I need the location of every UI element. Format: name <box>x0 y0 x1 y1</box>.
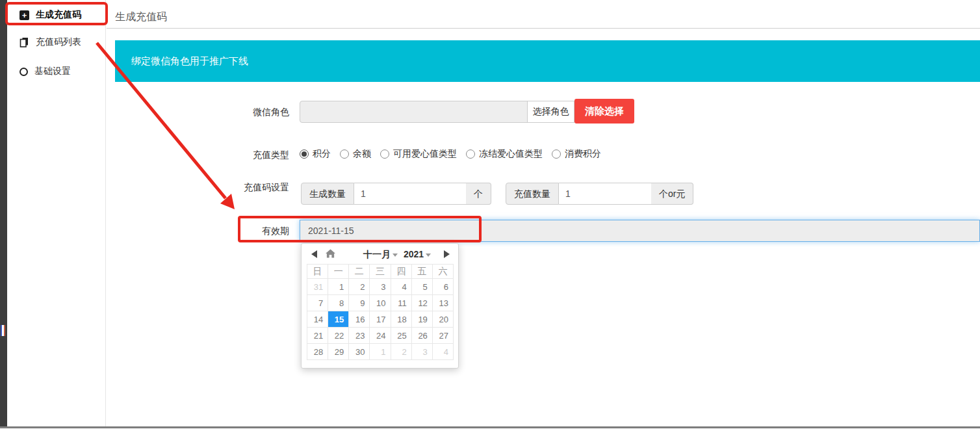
plus-square-icon <box>19 10 29 20</box>
next-month-icon[interactable] <box>444 250 450 258</box>
calendar-day[interactable]: 28 <box>307 344 328 360</box>
sidebar-item-label: 生成充值码 <box>36 9 81 21</box>
calendar-day[interactable]: 1 <box>370 344 391 360</box>
calendar-day[interactable]: 27 <box>432 328 453 344</box>
calendar-day[interactable]: 7 <box>307 295 328 311</box>
calendar-day[interactable]: 3 <box>370 279 391 295</box>
weekday-header: 六 <box>432 265 453 279</box>
chevron-down-icon <box>426 254 431 257</box>
sidebar-item-code-list[interactable]: 充值码列表 <box>7 34 106 51</box>
calendar-weekday-row: 日 一 二 三 四 五 六 <box>307 265 454 279</box>
radio-icon <box>300 150 309 159</box>
calendar-day[interactable]: 19 <box>411 311 432 328</box>
radio-icon <box>552 150 561 159</box>
radio-label: 积分 <box>313 148 331 160</box>
radio-option-frozen-love-value[interactable]: 冻结爱心值类型 <box>466 148 543 160</box>
calendar-day[interactable]: 14 <box>307 311 328 328</box>
radio-option-balance[interactable]: 余额 <box>340 148 371 160</box>
calendar-day[interactable]: 20 <box>432 311 453 328</box>
panel-header: 绑定微信角色用于推广下线 <box>115 40 980 82</box>
radio-icon <box>380 150 389 159</box>
radio-icon <box>340 150 349 159</box>
radio-label: 消费积分 <box>565 148 601 160</box>
clear-selection-button[interactable]: 清除选择 <box>574 99 634 124</box>
calendar-day[interactable]: 30 <box>349 344 370 360</box>
panel-header-title: 绑定微信角色用于推广下线 <box>115 40 980 82</box>
recharge-type-label: 充值类型 <box>235 150 289 161</box>
weekday-header: 二 <box>349 265 370 279</box>
month-selector[interactable]: 十一月 <box>363 249 398 261</box>
calendar-day[interactable]: 25 <box>391 328 411 344</box>
calendar-day-selected[interactable]: 15 <box>328 311 349 328</box>
page-title: 生成充值码 <box>115 10 167 24</box>
calendar-day[interactable]: 4 <box>391 279 411 295</box>
calendar-day[interactable]: 2 <box>349 279 370 295</box>
calendar-day[interactable]: 9 <box>349 295 370 311</box>
edge-widget <box>1 325 5 336</box>
weekday-header: 三 <box>370 265 391 279</box>
validity-date-input[interactable] <box>300 220 980 242</box>
calendar-week-row: 28 29 30 1 2 3 4 <box>307 344 454 360</box>
weekday-header: 四 <box>391 265 411 279</box>
calendar-day[interactable]: 8 <box>328 295 349 311</box>
radio-option-available-love-value[interactable]: 可用爱心值类型 <box>380 148 457 160</box>
wechat-role-label: 微信角色 <box>235 107 289 118</box>
date-picker-popup: 十一月 2021 日 一 二 三 四 五 六 31 1 2 3 4 5 6 <box>301 243 459 369</box>
radio-label: 余额 <box>353 148 371 160</box>
sidebar-item-label: 充值码列表 <box>36 36 81 48</box>
calendar-week-row: 21 22 23 24 25 26 27 <box>307 328 454 344</box>
calendar-day[interactable]: 11 <box>391 295 411 311</box>
calendar-day[interactable]: 23 <box>349 328 370 344</box>
calendar-day[interactable]: 26 <box>411 328 432 344</box>
calendar-day[interactable]: 10 <box>370 295 391 311</box>
title-separator <box>107 28 980 29</box>
select-role-button[interactable]: 选择角色 <box>527 101 574 123</box>
copy-icon <box>19 37 29 47</box>
calendar-day[interactable]: 1 <box>328 279 349 295</box>
weekday-header: 五 <box>411 265 432 279</box>
calendar-day[interactable]: 29 <box>328 344 349 360</box>
calendar-day[interactable]: 6 <box>432 279 453 295</box>
generate-quantity-input[interactable] <box>354 183 466 205</box>
calendar-day[interactable]: 21 <box>307 328 328 344</box>
calendar-day[interactable]: 2 <box>391 344 411 360</box>
radio-option-consume-points[interactable]: 消费积分 <box>552 148 601 160</box>
generate-quantity-addon: 生成数量 <box>301 183 354 205</box>
radio-label: 可用爱心值类型 <box>393 148 457 160</box>
calendar-day[interactable]: 17 <box>370 311 391 328</box>
calendar-day[interactable]: 18 <box>391 311 411 328</box>
date-picker-header: 十一月 2021 <box>302 244 458 264</box>
calendar-day[interactable]: 22 <box>328 328 349 344</box>
sidebar-item-basic-settings[interactable]: 基础设置 <box>7 63 106 80</box>
home-icon[interactable] <box>326 249 335 261</box>
sidebar: 生成充值码 充值码列表 基础设置 <box>7 0 106 427</box>
calendar-day[interactable]: 16 <box>349 311 370 328</box>
app-window: 生成充值码 充值码列表 基础设置 生成充值码 绑定微信角色用于推广下线 微信角色… <box>0 0 980 429</box>
wechat-role-input[interactable] <box>300 101 528 123</box>
browser-edge-strip <box>0 0 7 427</box>
prev-month-icon[interactable] <box>311 250 317 258</box>
calendar-day[interactable]: 13 <box>432 295 453 311</box>
validity-label: 有效期 <box>235 226 289 237</box>
year-selector[interactable]: 2021 <box>404 249 431 259</box>
calendar-week-row: 14 15 16 17 18 19 20 <box>307 311 454 328</box>
month-label: 十一月 <box>363 249 391 259</box>
calendar-day[interactable]: 5 <box>411 279 432 295</box>
recharge-quantity-unit: 个or元 <box>651 183 693 205</box>
calendar-day[interactable]: 24 <box>370 328 391 344</box>
calendar-day[interactable]: 12 <box>411 295 432 311</box>
generate-quantity-group: 生成数量 个 <box>301 183 491 205</box>
calendar-day[interactable]: 31 <box>307 279 328 295</box>
sidebar-item-label: 基础设置 <box>34 66 71 77</box>
recharge-quantity-input[interactable] <box>559 183 651 205</box>
calendar-day[interactable]: 3 <box>411 344 432 360</box>
radio-label: 冻结爱心值类型 <box>479 148 543 160</box>
code-settings-label: 充值码设置 <box>232 182 289 194</box>
calendar-week-row: 31 1 2 3 4 5 6 <box>307 279 454 295</box>
calendar-day[interactable]: 4 <box>432 344 453 360</box>
weekday-header: 一 <box>328 265 349 279</box>
calendar-grid: 日 一 二 三 四 五 六 31 1 2 3 4 5 6 7 8 9 1 <box>307 264 454 360</box>
sidebar-item-generate-code[interactable]: 生成充值码 <box>7 6 106 23</box>
radio-option-points[interactable]: 积分 <box>300 148 331 160</box>
circle-icon <box>19 68 28 76</box>
